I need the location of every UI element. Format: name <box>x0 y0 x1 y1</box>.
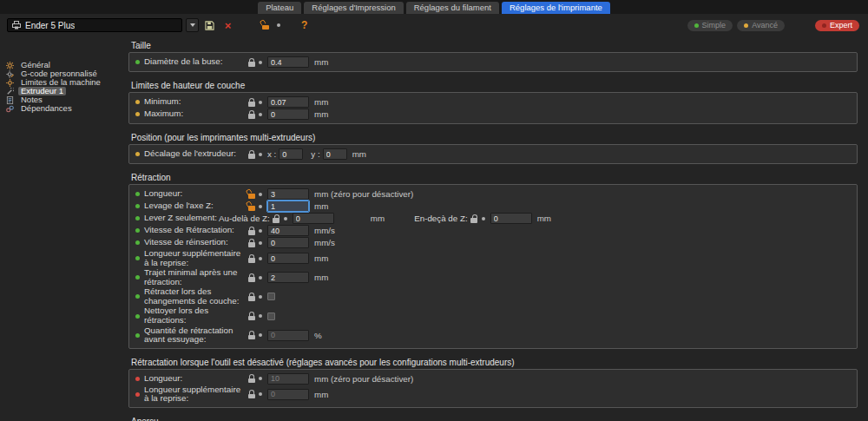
section-title: Rétractation lorsque l'outil est désacti… <box>131 358 858 367</box>
revert-dot-icon[interactable] <box>259 153 262 156</box>
section-title: Taille <box>131 41 858 50</box>
mode-simple-button[interactable]: Simple <box>687 20 733 31</box>
unit-label: mm <box>537 214 551 223</box>
retract-before-travel-input[interactable] <box>267 272 309 283</box>
machine-limits-icon <box>5 78 14 87</box>
revert-dot-icon[interactable] <box>259 229 262 233</box>
revert-dot-icon[interactable] <box>259 314 262 318</box>
main-tab-bar: Plateau Réglages d'Impression Réglages d… <box>0 0 868 14</box>
lock-icon[interactable] <box>273 214 280 223</box>
tab-reglages-impression[interactable]: Réglages d'Impression <box>304 2 403 14</box>
revert-dot-icon[interactable] <box>284 217 287 220</box>
deretract-speed-input[interactable] <box>267 237 309 248</box>
tab-reglages-filament[interactable]: Réglages du filament <box>406 2 499 14</box>
setting-label: Vitesse de réinsertion: <box>144 238 247 247</box>
setting-label: Longueur supplémentaire à la reprise: <box>144 249 247 267</box>
lift-below-label: En-deçà de Z: <box>414 214 468 223</box>
revert-dot-icon[interactable] <box>259 193 262 196</box>
retract-layer-change-checkbox[interactable] <box>267 293 275 300</box>
unlock-icon[interactable] <box>247 202 255 211</box>
mode-avance-button[interactable]: Avancé <box>737 20 785 31</box>
lock-icon[interactable] <box>247 273 255 282</box>
tab-plateau[interactable]: Plateau <box>258 2 301 14</box>
setting-row: Longueur: mm (zéro pour désactiver) <box>135 373 851 385</box>
retract-restart-extra-input[interactable] <box>267 253 309 264</box>
status-dot <box>135 275 140 280</box>
y-label: y : <box>311 149 319 159</box>
revert-dot-icon[interactable] <box>482 217 485 220</box>
preset-dropdown-button[interactable] <box>186 18 199 32</box>
retract-lift-below-input[interactable] <box>490 213 532 224</box>
lock-icon[interactable] <box>247 293 255 301</box>
unit-label: mm (zéro pour désactiver) <box>314 189 413 199</box>
lock-icon[interactable] <box>247 312 255 320</box>
help-button[interactable]: ? <box>301 19 307 31</box>
setting-label: Rétracter lors des changements de couche… <box>144 287 247 306</box>
lock-icon[interactable] <box>247 58 255 67</box>
delete-preset-button[interactable]: × <box>220 18 235 33</box>
status-dot <box>135 228 140 233</box>
tab-reglages-imprimante[interactable]: Réglages de l'imprimante <box>502 2 610 14</box>
revert-dot-icon[interactable] <box>259 295 262 299</box>
lock-icon[interactable] <box>247 254 255 263</box>
unlock-icon[interactable] <box>247 190 255 199</box>
setting-row: Décalage de l'extrudeur: x : y : mm <box>135 148 851 160</box>
max-layer-height-input[interactable] <box>267 109 309 120</box>
lock-icon[interactable] <box>247 150 255 159</box>
revert-dot-icon[interactable] <box>259 257 262 260</box>
setting-row: Nettoyer lors des rétractions: <box>135 306 851 325</box>
mode-expert-label: Expert <box>830 21 852 30</box>
section-position: Position (pour les imprimantes multi-ext… <box>128 133 858 164</box>
lock-icon[interactable] <box>247 374 255 383</box>
toolchange-retract-length-input[interactable] <box>267 373 309 385</box>
setting-row: Minimum: mm <box>135 96 851 108</box>
unit-label: mm <box>314 109 328 119</box>
revert-dot-icon[interactable] <box>259 392 262 396</box>
retract-before-wipe-input[interactable] <box>267 330 309 341</box>
retract-length-input[interactable] <box>267 188 309 200</box>
extruder-offset-x-input[interactable] <box>279 148 303 160</box>
status-dot <box>135 192 140 196</box>
revert-dot-icon[interactable] <box>259 113 262 116</box>
lock-icon[interactable] <box>247 331 255 339</box>
revert-dot-icon[interactable] <box>259 61 262 64</box>
retract-lift-z-input[interactable] <box>267 201 309 212</box>
printer-preset-combo[interactable]: Ender 5 Plus <box>7 18 182 32</box>
save-preset-button[interactable] <box>202 18 217 33</box>
lock-icon[interactable] <box>247 110 255 119</box>
status-dot <box>135 294 140 299</box>
nozzle-diameter-input[interactable] <box>267 56 309 68</box>
retract-speed-input[interactable] <box>267 225 309 236</box>
revert-dot-icon[interactable] <box>259 276 262 280</box>
notes-icon <box>5 95 14 104</box>
mode-expert-button[interactable]: Expert <box>815 20 859 31</box>
revert-dot-icon[interactable] <box>259 241 262 245</box>
mode-switcher: Simple Avancé Expert <box>687 20 861 31</box>
retract-lift-above-input[interactable] <box>293 213 334 224</box>
revert-dot-icon[interactable] <box>259 205 262 208</box>
revert-dot-icon[interactable] <box>277 23 280 27</box>
expert-mode-dot-icon <box>822 23 826 28</box>
lock-icon[interactable] <box>247 239 255 247</box>
sidebar-item-dependances[interactable]: Dépendances <box>3 104 120 113</box>
revert-dot-icon[interactable] <box>259 101 262 104</box>
status-dot <box>135 60 140 64</box>
lock-icon[interactable] <box>247 227 255 235</box>
unlock-icon[interactable] <box>261 21 269 30</box>
wipe-checkbox[interactable] <box>267 312 275 320</box>
min-layer-height-input[interactable] <box>267 96 309 108</box>
revert-dot-icon[interactable] <box>259 377 262 380</box>
lock-icon[interactable] <box>470 214 478 223</box>
lock-icon[interactable] <box>247 390 255 398</box>
toolchange-restart-extra-input[interactable] <box>267 389 309 400</box>
section-retraction-outil: Rétractation lorsque l'outil est désacti… <box>128 358 858 408</box>
setting-label: Quantité de rétractation avant essuyage: <box>144 326 247 345</box>
status-dot <box>135 216 140 220</box>
lock-icon[interactable] <box>247 98 255 107</box>
section-limites-hauteur: Limites de hauteur de couche Minimum: mm… <box>128 81 858 124</box>
unit-label: mm (zéro pour désactiver) <box>314 374 413 384</box>
setting-row: Trajet minimal après une rétraction: mm <box>135 268 851 286</box>
revert-dot-icon[interactable] <box>259 333 262 337</box>
save-icon <box>205 21 214 30</box>
extruder-offset-y-input[interactable] <box>323 148 347 160</box>
